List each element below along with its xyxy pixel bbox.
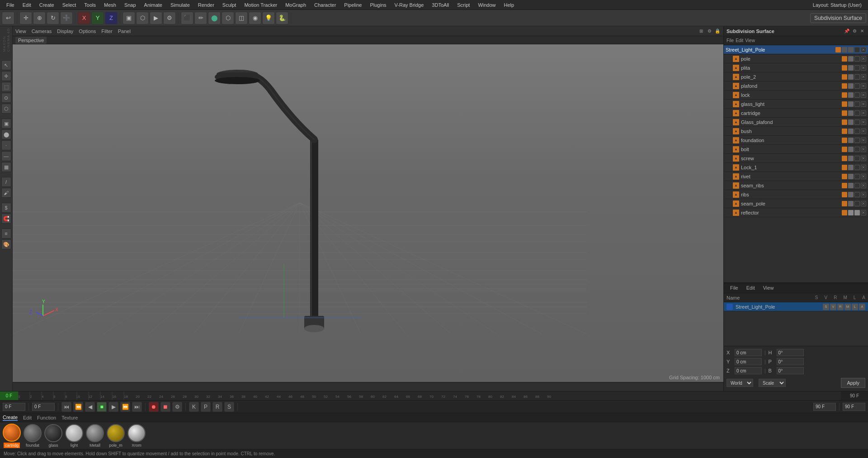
- menu-create[interactable]: Create: [36, 1, 58, 9]
- playback-fps-input[interactable]: [843, 403, 865, 411]
- coord-z-input[interactable]: [735, 367, 762, 374]
- layer-item-lock[interactable]: ▲ lock ✕: [724, 91, 868, 100]
- layer-vis-plafond[interactable]: [848, 83, 854, 89]
- layer-dot-sr-s[interactable]: [842, 183, 847, 188]
- render-view-btn[interactable]: ▣: [123, 12, 135, 24]
- layer-x-rivet[interactable]: ✕: [861, 174, 866, 179]
- pb-settings[interactable]: ⚙: [172, 402, 182, 412]
- layer-dot-screw-s[interactable]: [842, 156, 847, 161]
- mat-tab-edit[interactable]: Edit: [23, 415, 32, 420]
- pb-record[interactable]: ⏺: [149, 402, 159, 412]
- layer-item-lock1[interactable]: ▲ Lock_1 ✕: [724, 163, 868, 172]
- menu-motiontracker[interactable]: Motion Tracker: [241, 1, 281, 9]
- layer-item-glass-plafond[interactable]: ▲ Glass_plafond ✕: [724, 118, 868, 127]
- menu-mograph[interactable]: MoGraph: [282, 1, 310, 9]
- timeline-track[interactable]: 0 2 4 6 8 10 12 14 16 18 20 22 24 26 28 …: [18, 391, 841, 400]
- layer-dot-m[interactable]: [854, 47, 860, 52]
- layer-item-glass-light[interactable]: ▲ glass_light ✕: [724, 100, 868, 109]
- layer-x-cart[interactable]: ✕: [861, 110, 866, 116]
- mat-item-cartridge[interactable]: cartridg: [3, 424, 21, 448]
- menu-snap[interactable]: Snap: [121, 1, 140, 9]
- layer-dot-rivet-s[interactable]: [842, 174, 847, 179]
- layer-item-bolt[interactable]: ▲ bolt ✕: [724, 145, 868, 154]
- viewport-menu-display[interactable]: Display: [57, 29, 73, 34]
- obj-tab-view[interactable]: View: [760, 284, 778, 292]
- lt-move[interactable]: ✛: [1, 71, 11, 81]
- layer-ren-pole2[interactable]: [854, 74, 860, 80]
- layer-ren-rivet[interactable]: [854, 174, 860, 179]
- cube-btn[interactable]: ⬛: [181, 12, 193, 24]
- lt-face[interactable]: ▦: [1, 162, 11, 172]
- layer-ren-plita[interactable]: [854, 65, 860, 71]
- viewport-menu-cameras[interactable]: Cameras: [32, 29, 52, 34]
- layer-vis-pole2[interactable]: [848, 74, 854, 80]
- layer-item-seam-ribs[interactable]: ▲ seam_ribs ✕: [724, 181, 868, 190]
- layer-dot-found-s[interactable]: [842, 138, 847, 143]
- obj-icon-r[interactable]: R: [837, 304, 844, 310]
- layer-dot-bush-s[interactable]: [842, 129, 847, 134]
- menu-vraybridge[interactable]: V-Ray Bridge: [391, 1, 428, 9]
- layer-x-plafond[interactable]: ✕: [861, 83, 866, 89]
- layer-item-plafond[interactable]: ▲ plafond ✕: [724, 81, 868, 91]
- menu-pipeline[interactable]: Pipeline: [340, 1, 365, 9]
- menu-select[interactable]: Select: [59, 1, 80, 9]
- light-btn[interactable]: 💡: [262, 12, 275, 24]
- z-axis-btn[interactable]: Z: [105, 12, 118, 24]
- menu-render[interactable]: Render: [194, 1, 218, 9]
- pencil-btn[interactable]: ✏: [194, 12, 207, 24]
- layer-x-plita[interactable]: ✕: [861, 65, 866, 71]
- layer-ren-gp[interactable]: [854, 119, 860, 125]
- layer-dot-ribs-s[interactable]: [842, 192, 847, 197]
- layer-dot-lock1-s[interactable]: [842, 165, 847, 170]
- layer-ren-ribs[interactable]: [854, 192, 860, 197]
- menu-mesh[interactable]: Mesh: [100, 1, 120, 9]
- layer-x-found[interactable]: ✕: [861, 138, 866, 143]
- snap-btn[interactable]: ⬤: [208, 12, 221, 24]
- layer-dot-plita-s[interactable]: [842, 65, 847, 71]
- pb-stop[interactable]: ■: [97, 402, 107, 412]
- layer-dot-gp-s[interactable]: [842, 119, 847, 125]
- layer-vis-ref[interactable]: [848, 210, 854, 215]
- layer-ren-gl[interactable]: [854, 101, 860, 107]
- obj-icon-s[interactable]: S: [823, 304, 829, 310]
- layer-dot-pole-s[interactable]: [842, 56, 847, 62]
- render-btn[interactable]: ▶: [150, 12, 162, 24]
- layer-vis-bush[interactable]: [848, 129, 854, 134]
- layer-x-lock[interactable]: ✕: [861, 92, 866, 98]
- menu-animate[interactable]: Animate: [141, 1, 166, 9]
- obj-icon-a[interactable]: A: [859, 304, 865, 310]
- layer-vis-pole[interactable]: [848, 56, 854, 62]
- viewport-menu-filter[interactable]: Filter: [101, 29, 112, 34]
- layer-vis-gl[interactable]: [848, 101, 854, 107]
- layer-ren-lock[interactable]: [854, 92, 860, 98]
- viewport-menu-view[interactable]: View: [15, 29, 26, 34]
- playback-current-input[interactable]: [32, 403, 55, 411]
- obj-tab-edit[interactable]: Edit: [743, 284, 759, 292]
- layer-ren-bush[interactable]: [854, 129, 860, 134]
- layer-x-bolt[interactable]: ✕: [861, 147, 866, 152]
- python-btn[interactable]: 🐍: [276, 12, 288, 24]
- layer-ren-bolt[interactable]: [854, 147, 860, 152]
- menu-script[interactable]: Script: [453, 1, 473, 9]
- layer-dot-gl-s[interactable]: [842, 101, 847, 107]
- display-btn[interactable]: ◉: [249, 12, 261, 24]
- mat-item-polem[interactable]: pole_m: [107, 424, 125, 448]
- layer-dot-sp-s[interactable]: [842, 201, 847, 206]
- coord-p-input[interactable]: [777, 358, 804, 365]
- layer-vis-gp[interactable]: [848, 119, 854, 125]
- obj-icon-l[interactable]: L: [852, 304, 858, 310]
- layer-x-sp[interactable]: ✕: [861, 201, 866, 206]
- mat-item-light[interactable]: light: [65, 424, 83, 448]
- pb-first-frame[interactable]: ⏮: [61, 402, 71, 412]
- layer-ren-sr[interactable]: [854, 183, 860, 188]
- coord-mode-dropdown[interactable]: Scale Move Rotate: [759, 379, 786, 387]
- layer-ren-pole[interactable]: [854, 56, 860, 62]
- pb-pos[interactable]: P: [201, 402, 211, 412]
- menu-help[interactable]: Help: [500, 1, 518, 9]
- apply-button[interactable]: Apply: [841, 378, 865, 388]
- layer-item-seam-pole[interactable]: ▲ seam_pole ✕: [724, 199, 868, 208]
- render-region-btn[interactable]: ⬡: [136, 12, 149, 24]
- layer-mgr-settings[interactable]: ⚙: [851, 28, 858, 34]
- coord-x-input[interactable]: [735, 349, 762, 356]
- layer-ren-lock1[interactable]: [854, 165, 860, 170]
